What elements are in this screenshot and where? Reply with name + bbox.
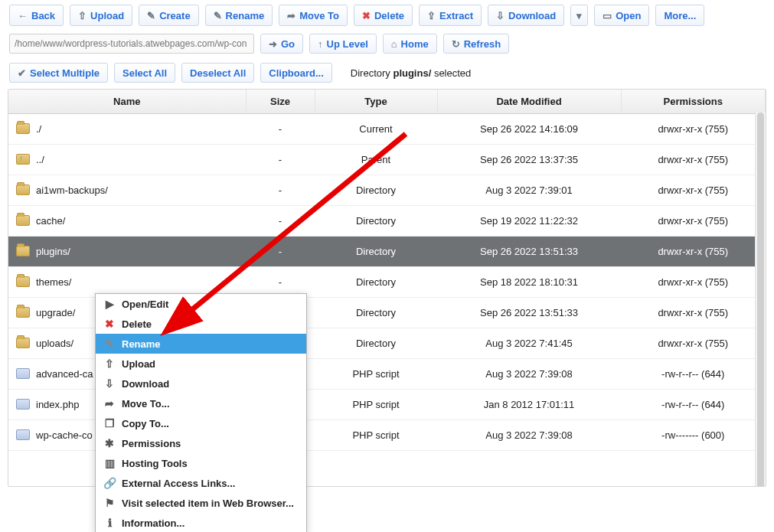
upload-label: Upload xyxy=(90,10,124,21)
cell-size: - xyxy=(246,145,315,175)
cell-permissions: drwxr-xr-x (755) xyxy=(621,237,766,267)
context-menu-download[interactable]: ⇩Download xyxy=(96,374,306,393)
context-menu-label: Download xyxy=(122,378,169,390)
table-scrollbar[interactable] xyxy=(755,113,766,486)
status-bold: plugins/ xyxy=(393,67,431,79)
open-edit-icon: ▶ xyxy=(103,298,116,310)
clipboard-button[interactable]: Clipboard... xyxy=(260,63,332,83)
cell-permissions: drwxr-xr-x (755) xyxy=(621,114,766,145)
context-menu-information[interactable]: ℹInformation... xyxy=(96,513,306,532)
cell-type: Directory xyxy=(315,237,437,267)
context-menu-copyto[interactable]: ❐Copy To... xyxy=(96,413,306,433)
back-button[interactable]: ←Back xyxy=(9,5,64,26)
download-icon: ⇩ xyxy=(496,10,505,21)
context-menu-label: Visit selected item in Web Browser... xyxy=(122,498,294,509)
upload-icon: ⇧ xyxy=(103,357,116,370)
more-button[interactable]: More... xyxy=(655,5,704,26)
cell-name[interactable]: ../ xyxy=(8,145,246,175)
context-menu-visit-browser[interactable]: ⚑Visit selected item in Web Browser... xyxy=(96,493,306,513)
cell-permissions: -rw-r--r-- (644) xyxy=(621,359,766,390)
cell-date: Aug 3 2022 7:39:08 xyxy=(437,359,621,390)
hosting-tools-icon: ▥ xyxy=(103,457,116,469)
cell-name[interactable]: ai1wm-backups/ xyxy=(8,175,246,206)
select-all-button[interactable]: Select All xyxy=(114,63,175,83)
selectmultiple-label: Select Multiple xyxy=(30,67,100,79)
cell-name[interactable]: cache/ xyxy=(8,206,246,237)
path-input[interactable] xyxy=(9,34,254,54)
download-dropdown-button[interactable]: ▾ xyxy=(570,5,588,26)
check-icon: ✔ xyxy=(18,67,26,79)
context-menu-permissions[interactable]: ✱Permissions xyxy=(96,433,306,453)
context-menu-label: Permissions xyxy=(122,438,181,449)
table-row[interactable]: ../-ParentSep 26 2022 13:37:35drwxr-xr-x… xyxy=(8,145,766,175)
context-menu-upload[interactable]: ⇧Upload xyxy=(96,354,306,374)
up-level-button[interactable]: ↑Up Level xyxy=(309,34,377,54)
moveto-label: Move To xyxy=(299,10,339,21)
table-row[interactable]: plugins/-DirectorySep 26 2022 13:51:33dr… xyxy=(8,237,766,267)
chevron-down-icon: ▾ xyxy=(576,10,582,21)
go-button[interactable]: ➜Go xyxy=(260,34,303,54)
context-menu-open-edit[interactable]: ▶Open/Edit xyxy=(96,294,306,314)
up-level-icon: ↑ xyxy=(318,38,323,50)
cell-permissions: drwxr-xr-x (755) xyxy=(621,328,766,359)
refresh-button[interactable]: ↻Refresh xyxy=(443,34,509,54)
cell-name[interactable]: plugins/ xyxy=(8,237,246,267)
path-bar: ➜Go ↑Up Level ⌂Home ↻Refresh xyxy=(0,31,774,60)
context-menu-rename[interactable]: ✎Rename xyxy=(96,334,306,354)
upload-button[interactable]: ⇧Upload xyxy=(70,5,132,26)
header-size[interactable]: Size xyxy=(246,90,315,114)
more-label: More... xyxy=(664,10,696,21)
cell-type: PHP script xyxy=(315,390,437,420)
visit-browser-icon: ⚑ xyxy=(103,497,116,509)
table-row[interactable]: cache/-DirectorySep 19 2022 11:22:32drwx… xyxy=(8,206,766,237)
move-icon: ➦ xyxy=(287,10,296,21)
header-permissions[interactable]: Permissions xyxy=(621,90,766,114)
delete-button[interactable]: ✖Delete xyxy=(354,5,413,26)
header-date[interactable]: Date Modified xyxy=(437,90,621,114)
context-menu-label: Information... xyxy=(122,517,185,529)
cell-name[interactable]: ./ xyxy=(8,114,246,145)
context-menu: ▶Open/Edit✖Delete✎Rename⇧Upload⇩Download… xyxy=(95,293,307,532)
main-toolbar: ←Back ⇧Upload ✎Create ✎Rename ➦Move To ✖… xyxy=(0,0,774,31)
cell-type: Directory xyxy=(315,328,437,359)
selectall-label: Select All xyxy=(122,67,167,79)
move-to-button[interactable]: ➦Move To xyxy=(279,5,348,26)
cell-type: Directory xyxy=(315,175,437,206)
rename-button[interactable]: ✎Rename xyxy=(205,5,273,26)
refresh-icon: ↻ xyxy=(452,38,460,50)
header-type[interactable]: Type xyxy=(315,90,437,114)
scrollbar-thumb[interactable] xyxy=(757,113,764,487)
home-button[interactable]: ⌂Home xyxy=(383,34,437,54)
cell-type: PHP script xyxy=(315,420,437,451)
file-name: upgrade/ xyxy=(36,307,75,318)
context-menu-hosting-tools[interactable]: ▥Hosting Tools xyxy=(96,453,306,473)
download-button[interactable]: ⇩Download xyxy=(488,5,564,26)
context-menu-delete[interactable]: ✖Delete xyxy=(96,314,306,334)
external-links-icon: 🔗 xyxy=(103,477,116,489)
home-label: Home xyxy=(401,38,429,50)
cell-date: Sep 26 2022 13:51:33 xyxy=(437,298,621,328)
context-menu-moveto[interactable]: ➦Move To... xyxy=(96,393,306,413)
create-icon: ✎ xyxy=(147,10,155,21)
extract-button[interactable]: ⇪Extract xyxy=(419,5,482,26)
header-name[interactable]: Name xyxy=(8,90,246,114)
deselect-all-button[interactable]: Deselect All xyxy=(181,63,254,83)
open-button[interactable]: ▭Open xyxy=(594,5,649,26)
cell-permissions: -rw------- (600) xyxy=(621,420,766,451)
cell-size: - xyxy=(246,237,315,267)
download-icon: ⇩ xyxy=(103,377,116,390)
select-multiple-button[interactable]: ✔Select Multiple xyxy=(9,63,108,83)
file-name: cache/ xyxy=(36,215,65,227)
folder-icon xyxy=(16,276,30,287)
cell-type: PHP script xyxy=(315,359,437,390)
context-menu-label: External Access Links... xyxy=(122,478,235,489)
create-button[interactable]: ✎Create xyxy=(139,5,198,26)
go-icon: ➜ xyxy=(269,38,277,50)
file-name: uploads/ xyxy=(36,338,73,349)
rename-icon: ✎ xyxy=(103,338,116,350)
table-row[interactable]: ai1wm-backups/-DirectoryAug 3 2022 7:39:… xyxy=(8,175,766,206)
delete-icon: ✖ xyxy=(362,10,371,21)
table-row[interactable]: ./-CurrentSep 26 2022 14:16:09drwxr-xr-x… xyxy=(8,114,766,145)
cell-permissions: drwxr-xr-x (755) xyxy=(621,175,766,206)
context-menu-external-links[interactable]: 🔗External Access Links... xyxy=(96,473,306,493)
